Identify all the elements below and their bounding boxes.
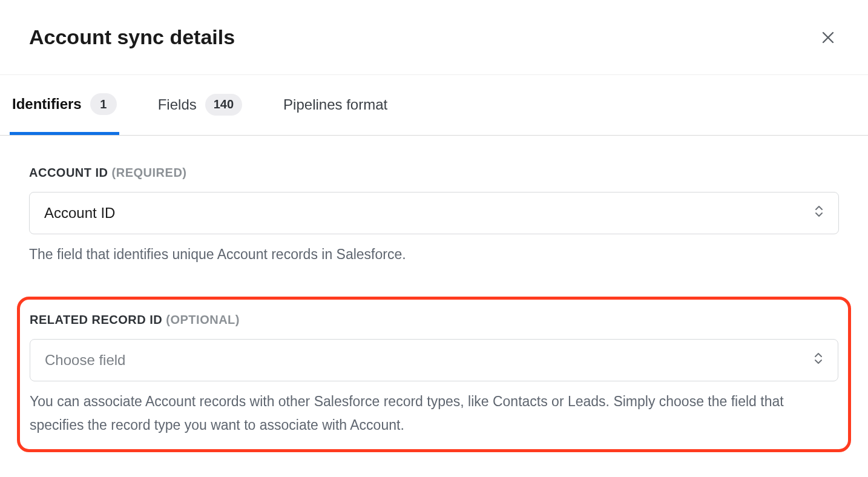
chevron-up-down-icon: [814, 205, 824, 222]
tab-label: Identifiers: [12, 96, 82, 113]
account-id-help: The field that identifies unique Account…: [29, 243, 839, 266]
page-title: Account sync details: [29, 25, 235, 49]
label-qualifier: (REQUIRED): [112, 166, 187, 179]
label-text: ACCOUNT ID: [29, 166, 108, 179]
close-icon: [821, 30, 835, 45]
tab-bar: Identifiers 1 Fields 140 Pipelines forma…: [0, 75, 868, 136]
label-text: RELATED RECORD ID: [30, 313, 162, 326]
related-record-id-select[interactable]: Choose field: [30, 339, 838, 381]
close-button[interactable]: [817, 27, 839, 48]
tab-fields[interactable]: Fields 140: [156, 76, 245, 135]
label-qualifier: (OPTIONAL): [166, 313, 240, 326]
tab-label: Fields: [158, 96, 197, 113]
select-value: Account ID: [44, 205, 115, 222]
chevron-up-down-icon: [814, 352, 823, 369]
related-record-id-help: You can associate Account records with o…: [30, 390, 838, 437]
select-placeholder: Choose field: [45, 352, 125, 369]
related-record-id-label: RELATED RECORD ID (OPTIONAL): [30, 313, 838, 327]
tab-badge: 140: [205, 94, 242, 116]
tab-label: Pipelines format: [283, 96, 387, 113]
tab-identifiers[interactable]: Identifiers 1: [10, 75, 119, 135]
tab-badge: 1: [90, 93, 117, 115]
related-record-id-group: RELATED RECORD ID (OPTIONAL) Choose fiel…: [30, 313, 838, 437]
account-id-label: ACCOUNT ID (REQUIRED): [29, 166, 839, 180]
tab-content: ACCOUNT ID (REQUIRED) Account ID The fie…: [0, 136, 868, 464]
related-record-highlight: RELATED RECORD ID (OPTIONAL) Choose fiel…: [17, 297, 851, 452]
account-id-select[interactable]: Account ID: [29, 192, 839, 234]
tab-pipelines-format[interactable]: Pipelines format: [281, 78, 390, 133]
modal-header: Account sync details: [0, 0, 868, 75]
account-id-group: ACCOUNT ID (REQUIRED) Account ID The fie…: [29, 166, 839, 266]
